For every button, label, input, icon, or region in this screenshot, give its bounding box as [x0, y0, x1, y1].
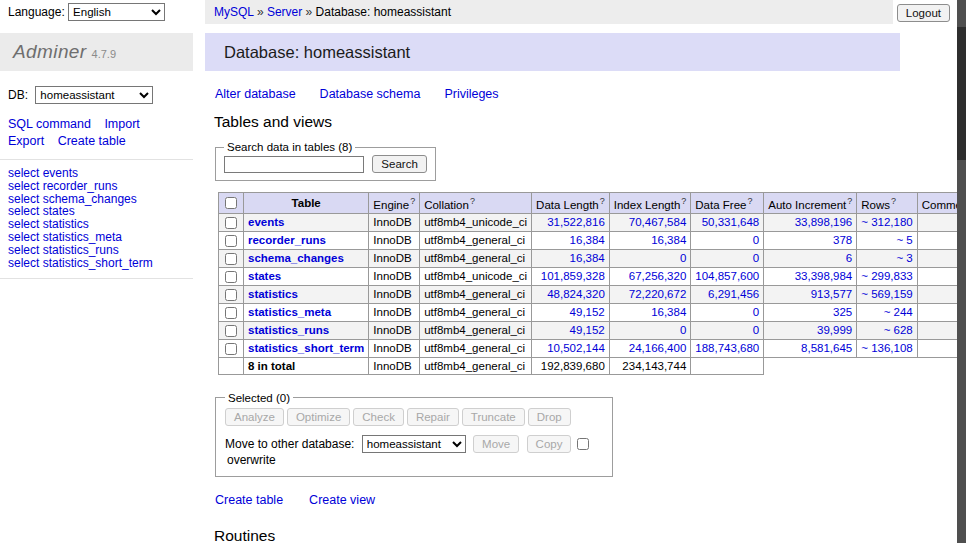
truncate-button[interactable]: Truncate [462, 408, 525, 426]
data-length-link[interactable]: 10,502,144 [547, 342, 605, 354]
rows-link[interactable]: ~ 569,159 [861, 288, 912, 300]
analyze-button[interactable]: Analyze [225, 408, 284, 426]
database-action-link[interactable]: Alter database [215, 87, 296, 101]
index-length-cell: 16,384 [609, 231, 691, 249]
sidebar-action-link[interactable]: Export [8, 134, 44, 148]
move-button[interactable]: Move [473, 435, 519, 453]
row-checkbox[interactable] [225, 217, 237, 229]
index-length-link[interactable]: 0 [680, 252, 686, 264]
data-free-link[interactable]: 0 [753, 324, 759, 336]
select-all-checkbox[interactable] [225, 197, 237, 209]
auto-increment-link[interactable]: 33,898,196 [795, 216, 853, 228]
scrollbar-thumb[interactable] [957, 27, 966, 160]
table-name-link[interactable]: statistics_short_term [248, 342, 364, 354]
row-checkbox[interactable] [225, 289, 237, 301]
row-checkbox[interactable] [225, 307, 237, 319]
rows-link[interactable]: ~ 628 [884, 324, 913, 336]
row-checkbox[interactable] [225, 235, 237, 247]
breadcrumb-link[interactable]: MySQL [214, 5, 254, 19]
auto-increment-link[interactable]: 913,577 [811, 288, 853, 300]
rows-link[interactable]: ~ 136,108 [861, 342, 912, 354]
data-length-link[interactable]: 48,824,320 [547, 288, 605, 300]
row-checkbox[interactable] [225, 271, 237, 283]
index-length-link[interactable]: 16,384 [651, 306, 686, 318]
scrollbar[interactable] [957, 0, 966, 543]
search-button[interactable]: Search [372, 155, 426, 173]
db-select[interactable]: homeassistant [35, 86, 153, 104]
data-length-link[interactable]: 49,152 [570, 306, 605, 318]
search-input[interactable] [224, 156, 364, 173]
data-length-link[interactable]: 49,152 [570, 324, 605, 336]
sidebar-action-link[interactable]: Import [104, 117, 139, 131]
rows-link[interactable]: ~ 244 [884, 306, 913, 318]
auto-increment-link[interactable]: 6 [846, 252, 852, 264]
rows-link[interactable]: ~ 5 [896, 234, 912, 246]
table-name-link[interactable]: recorder_runs [248, 234, 326, 246]
help-icon[interactable]: ? [891, 196, 896, 206]
data-length-link[interactable]: 31,522,816 [547, 216, 605, 228]
table-name-link[interactable]: schema_changes [248, 252, 344, 264]
move-db-select[interactable]: homeassistant [362, 435, 466, 453]
sidebar-action-link[interactable]: Create table [58, 134, 126, 148]
auto-increment-link[interactable]: 39,999 [817, 324, 852, 336]
repair-button[interactable]: Repair [407, 408, 459, 426]
rows-link[interactable]: ~ 299,833 [861, 270, 912, 282]
drop-button[interactable]: Drop [528, 408, 571, 426]
rows-link[interactable]: ~ 3 [896, 252, 912, 264]
data-length-link[interactable]: 16,384 [570, 252, 605, 264]
create-link[interactable]: Create table [215, 493, 283, 507]
auto-increment-link[interactable]: 378 [833, 234, 852, 246]
sidebar-table-link[interactable]: select statistics_runs [8, 244, 185, 257]
sidebar-table-link[interactable]: select statistics_short_term [8, 257, 185, 270]
overwrite-checkbox[interactable] [577, 438, 589, 450]
data-free-link[interactable]: 0 [753, 234, 759, 246]
help-icon[interactable]: ? [470, 196, 475, 206]
sidebar-table-link[interactable]: select statistics_meta [8, 231, 185, 244]
data-free-link[interactable]: 0 [753, 306, 759, 318]
table-name-link[interactable]: statistics_runs [248, 324, 329, 336]
index-length-link[interactable]: 70,467,584 [629, 216, 687, 228]
help-icon[interactable]: ? [600, 196, 605, 206]
rows-link[interactable]: ~ 312,180 [861, 216, 912, 228]
sidebar-table-link[interactable]: select recorder_runs [8, 180, 185, 193]
language-select[interactable]: English [68, 3, 165, 21]
help-icon[interactable]: ? [747, 196, 752, 206]
optimize-button[interactable]: Optimize [287, 408, 350, 426]
data-length-link[interactable]: 101,859,328 [541, 270, 605, 282]
index-length-link[interactable]: 67,256,320 [629, 270, 687, 282]
index-length-link[interactable]: 16,384 [651, 234, 686, 246]
data-free-link[interactable]: 6,291,456 [708, 288, 759, 300]
totals-empty-cell [219, 357, 244, 374]
table-name-link[interactable]: events [248, 216, 284, 228]
auto-increment-link[interactable]: 325 [833, 306, 852, 318]
table-name-link[interactable]: statistics [248, 288, 298, 300]
auto-increment-link[interactable]: 8,581,645 [801, 342, 852, 354]
sidebar-table-link[interactable]: select events [8, 167, 185, 180]
database-action-link[interactable]: Database schema [320, 87, 421, 101]
data-length-cell: 16,384 [532, 249, 610, 267]
row-checkbox[interactable] [225, 343, 237, 355]
database-action-link[interactable]: Privileges [444, 87, 498, 101]
data-free-link[interactable]: 104,857,600 [695, 270, 759, 282]
breadcrumb-link[interactable]: Server [267, 5, 302, 19]
data-free-link[interactable]: 0 [753, 252, 759, 264]
copy-button[interactable]: Copy [527, 435, 572, 453]
table-name-link[interactable]: statistics_meta [248, 306, 331, 318]
table-name-link[interactable]: states [248, 270, 281, 282]
data-length-link[interactable]: 16,384 [570, 234, 605, 246]
data-free-link[interactable]: 50,331,648 [702, 216, 760, 228]
check-button[interactable]: Check [353, 408, 404, 426]
data-free-link[interactable]: 188,743,680 [695, 342, 759, 354]
help-icon[interactable]: ? [410, 196, 415, 206]
row-checkbox[interactable] [225, 253, 237, 265]
logout-button[interactable]: Logout [897, 4, 950, 22]
index-length-link[interactable]: 72,220,672 [629, 288, 687, 300]
sidebar-action-link[interactable]: SQL command [8, 117, 91, 131]
help-icon[interactable]: ? [847, 196, 852, 206]
index-length-link[interactable]: 24,166,400 [629, 342, 687, 354]
index-length-link[interactable]: 0 [680, 324, 686, 336]
help-icon[interactable]: ? [681, 196, 686, 206]
auto-increment-link[interactable]: 33,398,984 [795, 270, 853, 282]
row-checkbox[interactable] [225, 325, 237, 337]
create-link[interactable]: Create view [309, 493, 375, 507]
